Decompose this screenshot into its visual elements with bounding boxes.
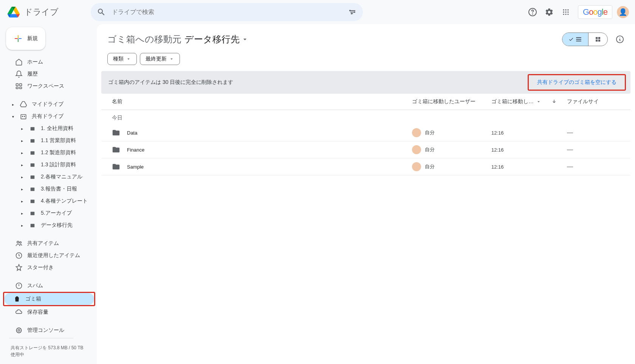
grid-icon [595,36,601,43]
chevron-right-icon[interactable]: ▸ [20,175,24,179]
row-size: — [567,163,620,170]
google-logo[interactable]: Google [578,5,612,19]
col-header-size[interactable]: ファイルサイ [567,98,620,105]
col-header-name[interactable]: 名前 [112,98,412,105]
svg-point-4 [532,14,533,14]
sidebar-item-label: データ移行先 [41,222,73,229]
sidebar-item-label: 2.各種マニュアル [41,173,82,180]
sidebar-item-admin[interactable]: 管理コンソール [6,324,92,336]
breadcrumb-current[interactable]: データ移行先 [184,33,249,45]
table-row[interactable]: Sample 自分 12:16 — [101,158,630,175]
drive-logo-area[interactable]: ドライブ [6,5,91,20]
chevron-right-icon[interactable]: ▸ [20,150,24,155]
sidebar-shared-child[interactable]: ▸3.報告書・日報 [6,183,92,195]
sidebar-item-label: 4.各種テンプレート [41,198,88,204]
svg-point-20 [24,116,25,117]
row-size: — [567,129,620,136]
sidebar-item-recent[interactable]: 最近使用したアイテム [6,249,92,262]
search-options-icon[interactable] [345,5,360,20]
people-icon [15,240,23,247]
sidebar-item-shareddrive[interactable]: ▾ 共有ドライブ [6,110,92,122]
chevron-right-icon[interactable]: ▸ [20,138,24,143]
sidebar-item-activity[interactable]: 履歴 [6,68,92,80]
sidebar-shared-child[interactable]: ▸2.各種マニュアル [6,171,92,183]
table-row[interactable]: Finance 自分 12:16 — [101,141,630,158]
view-toggle [562,33,608,46]
chevron-right-icon[interactable]: ▸ [20,126,24,131]
svg-rect-27 [31,200,35,203]
svg-rect-37 [598,37,600,39]
admin-icon [15,327,23,334]
shareddrive-icon [29,149,36,156]
sidebar-item-starred[interactable]: スター付き [6,262,92,274]
svg-rect-24 [31,163,35,167]
sidebar-item-label: ゴミ箱 [25,296,41,302]
sidebar-shared-child[interactable]: ▸1.1 営業部資料 [6,135,92,147]
svg-point-11 [563,14,564,15]
svg-rect-38 [596,40,598,42]
sidebar-shared-child[interactable]: ▸1.2 製造部資料 [6,147,92,159]
sidebar-item-storage[interactable]: 保存容量 [6,306,92,318]
search-input[interactable] [109,9,345,15]
chevron-down-icon [169,56,174,62]
chevron-right-icon[interactable]: ▸ [20,187,24,191]
svg-rect-36 [596,37,598,39]
shareddrive-icon [29,209,36,217]
shareddrive-icon [29,197,36,205]
chevron-right-icon[interactable]: ▸ [20,199,24,203]
grid-view-button[interactable] [588,33,607,46]
svg-point-5 [563,9,564,11]
chevron-right-icon[interactable]: ▸ [20,163,24,167]
filter-modified[interactable]: 最終更新 [140,53,180,65]
sidebar-shared-child[interactable]: ▸4.各種テンプレート [6,195,92,207]
sidebar-item-trash[interactable]: ゴミ箱 [4,293,94,305]
sidebar-item-label: スター付き [27,264,54,271]
sidebar-item-label: 1.1 営業部資料 [41,137,76,144]
account-avatar[interactable]: 👤 [617,6,629,18]
sidebar-item-workspace[interactable]: ワークスペース [6,80,92,92]
chevron-down-icon[interactable]: ▾ [11,114,15,119]
row-size: — [567,146,620,153]
highlight-annotation: ゴミ箱 [3,292,95,306]
col-header-date[interactable]: ゴミ箱に移動し… [491,98,567,105]
list-view-button[interactable] [562,33,588,46]
star-icon [15,264,23,271]
sidebar-item-label: 1. 全社用資料 [41,125,73,132]
drive-logo-icon [6,5,21,20]
new-button[interactable]: 新規 [6,27,45,50]
table-row[interactable]: Data 自分 12:16 — [101,124,630,141]
help-icon[interactable] [525,5,540,20]
sidebar-item-label: 保存容量 [27,309,48,316]
trash-icon [13,295,21,303]
svg-rect-29 [31,224,35,227]
row-user: 自分 [425,129,435,136]
filter-type[interactable]: 種類 [107,53,137,65]
apps-icon[interactable] [558,5,573,20]
chevron-right-icon[interactable]: ▸ [20,211,24,215]
svg-rect-26 [31,187,35,191]
col-header-user[interactable]: ゴミ箱に移動したユーザー [412,98,491,105]
cloud-icon [15,308,23,316]
chevron-right-icon[interactable]: ▸ [11,102,15,107]
sidebar-shared-child[interactable]: ▸5.アーカイブ [6,207,92,219]
sidebar-shared-child[interactable]: ▸1. 全社用資料 [6,122,92,135]
chevron-right-icon[interactable]: ▸ [20,223,24,228]
search-icon[interactable] [94,5,109,20]
home-icon [15,58,23,66]
sidebar-item-mydrive[interactable]: ▸ マイドライブ [6,98,92,110]
settings-icon[interactable] [542,5,557,20]
list-icon [575,36,582,43]
sidebar-item-shared[interactable]: 共有アイテム [6,237,92,249]
shareddrive-icon [29,125,36,132]
sidebar-item-spam[interactable]: スパム [6,280,92,292]
sidebar-shared-child[interactable]: ▸データ移行先 [6,219,92,231]
sidebar-item-home[interactable]: ホーム [6,56,92,68]
svg-point-31 [20,242,21,243]
breadcrumb-prefix: ゴミ箱への移動元 [107,33,181,45]
sidebar-shared-child[interactable]: ▸1.3 設計部資料 [6,159,92,171]
svg-point-8 [563,11,564,12]
sidebar-item-label: 共有ドライブ [32,113,64,120]
folder-icon [112,163,120,171]
empty-trash-button[interactable]: 共有ドライブのゴミ箱を空にする [533,77,621,87]
info-icon[interactable] [612,32,627,47]
